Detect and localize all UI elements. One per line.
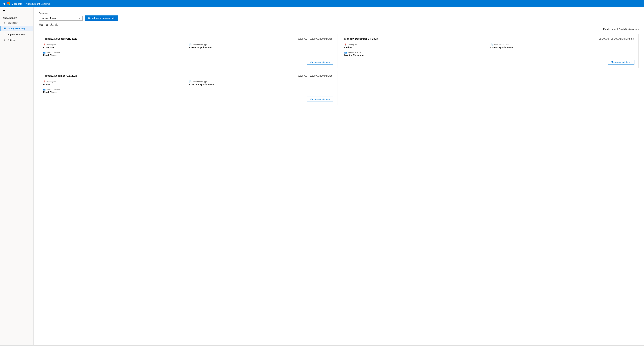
- requestor-label: Requestor: [39, 12, 639, 15]
- main-content: Requestor Hannah Jarvis ▼ Show booked ap…: [34, 8, 644, 345]
- appointment-card-1: Tuesday, November 21, 2023 09:00 AM - 09…: [39, 34, 338, 68]
- meeting-via-value: Phone: [43, 83, 187, 86]
- meeting-provider-field: 👥 Meeting Provider Reed Flores: [43, 51, 187, 57]
- requestor-row: Hannah Jarvis ▼ Show booked appointments: [39, 16, 639, 21]
- card-details: 📍 Meeting via In Person 📄 Appointment Ty…: [43, 44, 333, 57]
- hamburger-button[interactable]: ☰: [0, 8, 33, 15]
- sidebar-item-label: Settings: [8, 39, 16, 41]
- manage-btn-row: Manage Appointment: [43, 60, 333, 65]
- appointment-type-label: 📄 Appointment Type: [189, 44, 333, 46]
- meeting-provider-label: 👥 Meeting Provider: [43, 51, 187, 54]
- back-button[interactable]: ◀: [3, 2, 5, 6]
- manage-appointment-button-1[interactable]: Manage Appointment: [307, 60, 333, 65]
- card-time: 08:00 AM - 08:30 AM (30 Minutes): [599, 38, 634, 40]
- meeting-via-value: In Person: [43, 46, 187, 49]
- meeting-provider-value: Reed Flores: [43, 91, 187, 94]
- appointment-card-3: Tuesday, December 12, 2023 09:30 AM - 10…: [39, 71, 338, 105]
- appointment-type-field: 📄 Appointment Type Career Appointment: [189, 44, 333, 49]
- email-value: Hannah.Jarvis@outlook.com: [611, 28, 639, 30]
- calendar-icon: □: [3, 33, 6, 36]
- card-details: 📍 Meeting via Online 📄 Appointment Type …: [344, 44, 634, 57]
- gear-icon: ⚙: [3, 39, 6, 41]
- appointment-type-value: Career Appointment: [490, 46, 634, 49]
- meeting-via-field: 📍 Meeting via Phone: [43, 80, 187, 86]
- requestor-dropdown[interactable]: Hannah Jarvis ▼: [39, 16, 82, 21]
- email-label: Email:: [603, 28, 610, 30]
- plus-icon: +: [3, 22, 6, 24]
- email-row: Email: Hannah.Jarvis@outlook.com: [39, 28, 639, 30]
- manage-appointment-button-2[interactable]: Manage Appointment: [608, 60, 634, 65]
- location-icon: 📍: [43, 44, 46, 46]
- appointment-type-value: Contract Appointment: [189, 83, 333, 86]
- person-icon: 👥: [344, 51, 347, 54]
- document-icon: 📄: [490, 44, 493, 46]
- chevron-down-icon: ▼: [79, 17, 81, 19]
- card-date: Tuesday, December 12, 2023: [43, 74, 77, 77]
- requester-name-display: Hannah Jarvis: [39, 23, 639, 27]
- list-icon: ☰: [3, 27, 6, 30]
- sidebar-section-title: Appointment: [0, 15, 33, 20]
- app-title: Appointment Booking: [26, 2, 50, 5]
- person-icon: 👥: [43, 88, 46, 91]
- card-header: Tuesday, December 12, 2023 09:30 AM - 10…: [43, 74, 333, 77]
- appointment-card-2: Monday, December 04, 2023 08:00 AM - 08:…: [340, 34, 639, 68]
- sidebar-item-book-new[interactable]: + Book New: [0, 20, 33, 26]
- meeting-via-label: 📍 Meeting via: [43, 44, 187, 46]
- card-header: Tuesday, November 21, 2023 09:00 AM - 09…: [43, 37, 333, 40]
- sidebar-item-appointment-slots[interactable]: □ Appointment Slots: [0, 31, 33, 37]
- document-icon: 📄: [189, 80, 192, 83]
- card-details: 📍 Meeting via Phone 📄 Appointment Type C…: [43, 80, 333, 94]
- microsoft-label: Microsoft: [12, 2, 22, 5]
- meeting-via-field: 📍 Meeting via In Person: [43, 44, 187, 49]
- location-icon: 📍: [344, 44, 347, 46]
- appointment-type-label: 📄 Appointment Type: [189, 80, 333, 83]
- sidebar: ☰ Appointment + Book New ☰ Manage Bookin…: [0, 8, 34, 345]
- meeting-provider-value: Reed Flores: [43, 54, 187, 57]
- meeting-provider-value: Monica Thomson: [344, 54, 488, 57]
- microsoft-logo: Microsoft: [7, 2, 22, 5]
- appointments-grid: Tuesday, November 21, 2023 09:00 AM - 09…: [39, 34, 639, 105]
- appointment-type-field: 📄 Appointment Type Career Appointment: [490, 44, 634, 49]
- meeting-via-label: 📍 Meeting via: [344, 44, 488, 46]
- sidebar-item-manage-booking[interactable]: ☰ Manage Booking: [0, 26, 33, 31]
- manage-appointment-button-3[interactable]: Manage Appointment: [307, 97, 333, 101]
- document-icon: 📄: [189, 44, 192, 46]
- card-time: 09:00 AM - 09:30 AM (30 Minutes): [298, 38, 333, 40]
- person-icon: 👥: [43, 51, 46, 54]
- sidebar-item-label: Appointment Slots: [8, 33, 25, 36]
- show-booked-button[interactable]: Show booked appointments: [85, 16, 118, 21]
- sidebar-item-settings[interactable]: ⚙ Settings: [0, 37, 33, 43]
- main-layout: ☰ Appointment + Book New ☰ Manage Bookin…: [0, 8, 644, 345]
- meeting-provider-field: 👥 Meeting Provider Reed Flores: [43, 88, 187, 94]
- meeting-via-label: 📍 Meeting via: [43, 80, 187, 83]
- appointment-type-value: Career Appointment: [189, 46, 333, 49]
- manage-btn-row: Manage Appointment: [344, 60, 634, 65]
- meeting-provider-label: 👥 Meeting Provider: [344, 51, 488, 54]
- card-date: Tuesday, November 21, 2023: [43, 37, 77, 40]
- meeting-via-value: Online: [344, 46, 488, 49]
- appointment-type-field: 📄 Appointment Type Contract Appointment: [189, 80, 333, 86]
- meeting-provider-field: 👥 Meeting Provider Monica Thomson: [344, 51, 488, 57]
- card-header: Monday, December 04, 2023 08:00 AM - 08:…: [344, 37, 634, 40]
- topbar: ◀ Microsoft Appointment Booking: [0, 0, 644, 8]
- card-time: 09:30 AM - 10:00 AM (30 Minutes): [298, 74, 333, 77]
- meeting-via-field: 📍 Meeting via Online: [344, 44, 488, 49]
- meeting-provider-label: 👥 Meeting Provider: [43, 88, 187, 91]
- appointment-type-label: 📄 Appointment Type: [490, 44, 634, 46]
- location-icon: 📍: [43, 80, 46, 83]
- ms-logo-icon: [7, 2, 10, 5]
- sidebar-item-label: Manage Booking: [8, 27, 25, 30]
- card-date: Monday, December 04, 2023: [344, 37, 378, 40]
- sidebar-item-label: Book New: [8, 22, 18, 24]
- requestor-selected-value: Hannah Jarvis: [41, 17, 56, 20]
- bottom-bar: [0, 345, 644, 346]
- manage-btn-row: Manage Appointment: [43, 97, 333, 101]
